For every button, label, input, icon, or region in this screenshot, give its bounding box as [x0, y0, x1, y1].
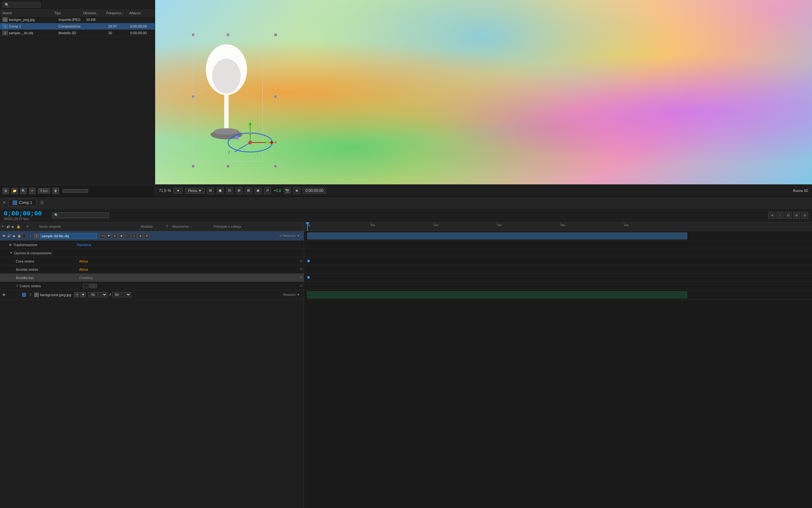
exposure-value: +0,0	[273, 188, 281, 193]
chevron-down-icon[interactable]: ▼	[297, 234, 300, 238]
pen-icon[interactable]: ✏	[29, 188, 36, 194]
comp-options-expand-icon[interactable]: ▼	[9, 251, 13, 255]
accept-shadows-value[interactable]: Attiva	[79, 268, 88, 271]
guides-icon[interactable]: ⊠	[245, 187, 252, 194]
shadow-color-row[interactable]: ↺ Colore ombra → ↺	[0, 282, 304, 290]
layer2-audio[interactable]	[6, 292, 11, 297]
selection-handle-tc[interactable]	[226, 33, 229, 36]
selection-handle-ml[interactable]	[191, 95, 195, 98]
project-item-jpeg[interactable]: J backgro_peg.jpg ImporterJPEG 10 KB	[0, 16, 155, 23]
layer-row-1[interactable]: 👁 🔊 ◉ 🔒 1 3 ⇥ ✱ fx ◉ ○ □ ◈ ⊛	[0, 231, 304, 241]
cast-shadows-row[interactable]: Crea ombre Attiva ↺	[0, 257, 304, 265]
keyframe-accept-lights[interactable]	[307, 276, 310, 279]
folder-icon[interactable]: 📁	[11, 188, 18, 194]
layer1-switch-2[interactable]: ✱	[106, 234, 111, 239]
grid-icon[interactable]: ⊞	[236, 187, 243, 194]
selection-handle-mr[interactable]	[274, 95, 277, 98]
accept-shadows-row[interactable]: Accetta ombre Attiva ↺	[0, 265, 304, 273]
track-row-accept-shadows[interactable]	[304, 265, 812, 273]
layer2-lock[interactable]	[16, 292, 22, 297]
layer2-parent-chevron[interactable]: ▼	[297, 293, 300, 296]
comp-flowchart-btn[interactable]: ⊛	[793, 212, 800, 219]
search-status-icon[interactable]: 🔍	[20, 188, 27, 194]
snapshot-icon[interactable]: 📷	[284, 187, 291, 194]
track-row-transform[interactable]	[304, 241, 812, 249]
track-row-shadow-color[interactable]	[304, 282, 812, 290]
keyframe-cast-shadows[interactable]	[307, 260, 310, 262]
project-search-input[interactable]	[3, 2, 41, 8]
close-tab-icon[interactable]: ✕	[3, 200, 6, 205]
layer1-switch-4[interactable]: ○	[125, 234, 130, 239]
project-item-comp[interactable]: C Comp 1 Composizione 29,97 0;00;00;00	[0, 23, 155, 30]
comp-tab-comp1[interactable]: Comp 1	[8, 199, 36, 207]
comp-mini-btn[interactable]: ⊙	[801, 212, 808, 219]
selection-handle-tl[interactable]	[191, 33, 195, 36]
item-type-obj: Modello 3D	[58, 31, 86, 35]
timeline-section: ✕ Comp 1 ☰ 0;00;00;00 00000 (29.97 fps) …	[0, 196, 812, 508]
layer2-switch-2[interactable]: ✱	[80, 292, 86, 297]
transform-expand-icon[interactable]: ▶	[9, 243, 12, 246]
timeline-search-input[interactable]	[52, 213, 109, 218]
accept-lights-label: Accetta luci	[16, 276, 79, 280]
track-row-2[interactable]	[304, 290, 812, 300]
track-clip-2[interactable]	[307, 291, 687, 298]
layer2-switch-1[interactable]: ⇥	[74, 292, 79, 297]
layer1-switch-3[interactable]: ◉	[119, 234, 124, 239]
selection-handle-br[interactable]	[274, 165, 277, 168]
layer1-audio[interactable]: 🔊	[6, 234, 11, 239]
layer1-solo[interactable]: ◉	[11, 234, 16, 239]
layer2-vis[interactable]: 👁	[1, 292, 6, 297]
comp-options-row[interactable]: ▼ Opzioni di composizione	[0, 249, 304, 257]
reset-icon[interactable]: ↺	[264, 187, 271, 194]
layer2-solo[interactable]	[11, 292, 16, 297]
track-row-1[interactable]	[304, 231, 812, 241]
preview-canvas[interactable]: Y X Z	[155, 0, 812, 184]
selection-handle-bc[interactable]	[226, 165, 229, 168]
layer1-switch-6[interactable]: ◈	[138, 234, 143, 239]
composition-icon[interactable]: ⊞	[3, 188, 9, 194]
show-channel-icon[interactable]: ◈	[293, 187, 300, 194]
selection-handle-bl[interactable]	[191, 165, 195, 168]
layer1-lock[interactable]: 🔒	[16, 234, 22, 239]
layer1-color-swatch[interactable]	[22, 234, 26, 238]
playhead[interactable]	[307, 222, 308, 231]
safe-area-icon[interactable]: ⊟	[226, 187, 233, 194]
selection-handle-tr[interactable]	[274, 33, 277, 36]
new-marker-btn[interactable]: ⇥	[768, 212, 775, 219]
trash-icon[interactable]: 🗑	[52, 188, 59, 194]
comp-menu-icon[interactable]: ☰	[40, 200, 44, 205]
pixel-aspect-icon[interactable]: ▣	[217, 187, 224, 194]
lamp-object[interactable]: Y X Z	[193, 35, 275, 168]
color-picker-icon[interactable]: ◉	[255, 187, 262, 194]
timeline-ruler[interactable]: 0s 02s 04s 06s 08s 10s	[304, 222, 812, 508]
shadow-color-arrow[interactable]: →	[90, 284, 97, 288]
shadow-color-swatch[interactable]	[83, 284, 89, 288]
track-row-cast-shadows[interactable]	[304, 257, 812, 265]
project-item-obj[interactable]: 3 sample-_.ile.obj Modello 3D 30 0:00:00…	[0, 30, 155, 36]
layer1-vis[interactable]: 👁	[1, 234, 6, 239]
accept-lights-value[interactable]: Disattiva	[79, 276, 92, 280]
cast-shadows-value[interactable]: Attiva	[79, 259, 88, 263]
layer1-name-input[interactable]	[40, 234, 97, 239]
layer2-mode-dropdown[interactable]: Nc	[88, 292, 108, 297]
layer2-color-swatch[interactable]	[22, 293, 26, 297]
shadow-color-label: Colore ombra	[19, 284, 83, 288]
layer1-fx[interactable]: fx	[113, 234, 118, 239]
layer1-switch-5[interactable]: □	[131, 234, 136, 239]
transform-row[interactable]: ▶ Trasformazione Ripristina	[0, 241, 304, 249]
layer1-switch-7[interactable]: ⊛	[144, 234, 149, 239]
layer-row-2[interactable]: 👁 2 J background.jpeg.jpg ⇥ ✱ Nc	[0, 290, 304, 300]
layer1-switch-1[interactable]: ⇥	[100, 234, 105, 239]
lift-btn[interactable]: ↑	[776, 212, 783, 219]
extract-btn[interactable]: ⊡	[785, 212, 792, 219]
quality-dropdown[interactable]: Piena ▼	[185, 188, 205, 194]
layer2-mode2-dropdown[interactable]: Se	[112, 292, 131, 297]
accept-lights-row[interactable]: Accetta luci Disattiva ↺	[0, 273, 304, 282]
track-row-comp-options[interactable]	[304, 249, 812, 257]
transform-value[interactable]: Ripristina	[77, 243, 91, 247]
zoom-dropdown[interactable]: ▼	[174, 188, 183, 194]
svg-point-16	[235, 136, 239, 140]
track-clip-1[interactable]	[307, 232, 687, 240]
track-row-accept-lights[interactable]	[304, 273, 812, 282]
resolution-icon[interactable]: ⊞	[207, 187, 214, 194]
